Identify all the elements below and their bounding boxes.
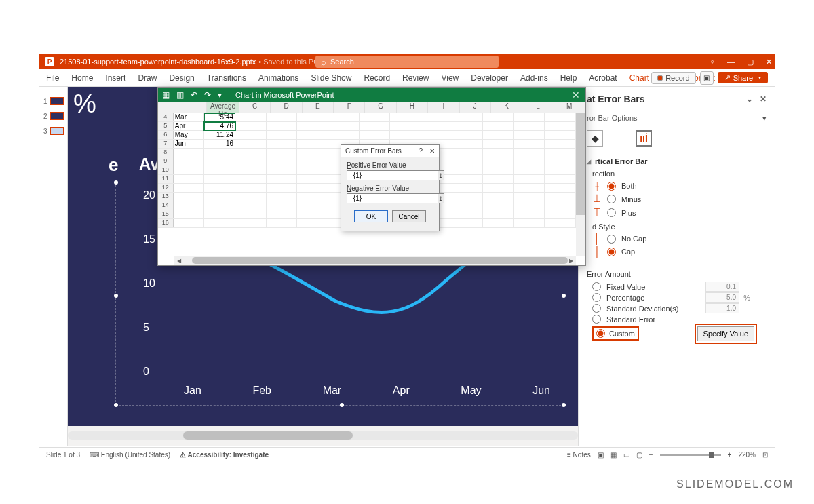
pane-collapse-icon[interactable]: ⌄ [746,94,753,104]
dialog-help-button[interactable]: ? [419,147,423,155]
zoom-level[interactable]: 220% [738,451,756,459]
zoom-out-button[interactable]: − [649,451,653,459]
zoom-slider[interactable] [660,454,721,456]
custom-error-bars-dialog[interactable]: Custom Error Bars ? ✕ Positive Error Val… [341,144,440,231]
tab-acrobat[interactable]: Acrobat [589,73,617,83]
fit-button[interactable]: ⊡ [762,451,768,459]
negative-error-label: Negative Error Value [347,185,433,192]
col-header-b[interactable]: Average Re [207,102,239,113]
thumb-1[interactable]: 1 [39,97,67,105]
zoom-in-button[interactable]: + [728,451,732,459]
fixed-value-input[interactable]: 0.1 [705,282,739,292]
custom-radio-highlight: Custom [592,326,639,341]
excel-undo-icon[interactable]: ↶ [191,90,197,100]
excel-close-button[interactable]: ✕ [572,90,580,100]
present-teams-button[interactable]: ▣ [700,71,714,85]
tab-insert[interactable]: Insert [105,73,125,83]
slide-thumbnails: 1 2 3 [39,87,68,446]
tab-addins[interactable]: Add-ins [520,73,548,83]
thumb-3[interactable]: 3 [39,127,67,135]
pane-title: at Error Bars [587,94,645,104]
slide-indicator[interactable]: Slide 1 of 3 [46,451,80,459]
accessibility-indicator[interactable]: ⚠ Accessibility: Investigate [180,451,269,459]
percentage-radio[interactable] [592,293,601,302]
direction-label: rection [587,170,767,178]
horizontal-scrollbar[interactable] [68,431,578,440]
specify-value-highlight: Specify Value [695,324,757,344]
tab-review[interactable]: Review [402,73,429,83]
tab-home[interactable]: Home [71,73,93,83]
y-axis: 0 5 10 15 20 [143,189,155,378]
record-button[interactable]: Record [651,72,695,84]
slideshow-view-icon[interactable]: ▢ [636,451,642,459]
powerpoint-icon: P [45,57,54,66]
error-bar-options-dropdown[interactable]: ror Bar Options [579,111,775,125]
bar-options-icon[interactable]: ııİ [636,130,652,147]
effects-icon[interactable] [611,130,627,147]
specify-value-button[interactable]: Specify Value [697,326,754,341]
direction-minus-radio[interactable] [607,195,616,203]
excel-horizontal-scrollbar[interactable] [174,256,576,265]
dialog-cancel-button[interactable]: Cancel [392,210,426,222]
lang-indicator[interactable]: ⌨ English (United States) [90,451,170,459]
minus-icon: ⟘ [592,193,602,205]
std-dev-input[interactable]: 1.0 [705,303,739,313]
direction-both-radio[interactable] [607,182,616,191]
positive-range-button[interactable]: ↥ [438,170,444,180]
title-bar: P 21508-01-support-team-powerpoint-dashb… [39,54,775,69]
share-button[interactable]: ↗Share [718,72,768,83]
tab-help[interactable]: Help [560,73,577,83]
ideas-icon[interactable]: ♀ [710,58,715,66]
x-axis: Jan Feb Mar Apr May Jun [184,385,550,397]
end-nocap-radio[interactable] [607,235,616,244]
search-box[interactable]: Search [315,56,499,68]
pane-close-icon[interactable]: ✕ [760,94,767,104]
positive-error-label: Positive Error Value [347,161,433,169]
tab-file[interactable]: File [46,73,59,83]
vertical-error-bar-header: rtical Error Bar [587,157,767,166]
dialog-ok-button[interactable]: OK [354,210,388,222]
tab-record[interactable]: Record [364,73,390,83]
positive-error-input[interactable] [347,170,438,180]
normal-view-icon[interactable]: ▣ [598,451,604,459]
tab-draw[interactable]: Draw [138,73,157,83]
direction-plus-radio[interactable] [607,208,616,217]
reading-view-icon[interactable]: ▭ [623,451,629,459]
negative-range-button[interactable]: ↥ [438,193,444,203]
minimize-button[interactable]: — [727,58,735,66]
tab-animations[interactable]: Animations [258,73,298,83]
status-bar: Slide 1 of 3 ⌨ English (United States) ⚠… [39,447,775,462]
left-cut-text: e [109,155,118,176]
error-amount-label: Error Amount [587,270,767,278]
custom-radio[interactable] [596,329,605,338]
tab-slideshow[interactable]: Slide Show [311,73,351,83]
both-icon: ⟊ [592,180,602,191]
end-cap-radio[interactable] [607,248,616,256]
fixed-value-radio[interactable] [592,282,601,291]
thumb-2[interactable]: 2 [39,112,67,120]
tab-design[interactable]: Design [169,73,194,83]
std-error-radio[interactable] [592,315,601,324]
plus-icon: ⟙ [592,207,602,218]
saved-status[interactable]: • Saved to this PC [258,58,323,66]
close-button[interactable]: ✕ [766,58,772,66]
percentage-input[interactable]: 5.0 [705,292,739,303]
ribbon-tabs: File Home Insert Draw Design Transitions… [39,69,775,87]
notes-button[interactable]: ≡ Notes [567,451,591,459]
excel-redo-icon[interactable]: ↷ [204,90,211,100]
maximize-button[interactable]: ▢ [747,58,754,66]
excel-vertical-scrollbar[interactable] [576,113,585,256]
excel-more-icon[interactable]: ▾ [218,90,222,100]
filename: 21508-01-support-team-powerpoint-dashboa… [60,58,256,66]
negative-error-input[interactable] [347,193,438,203]
tab-transitions[interactable]: Transitions [207,73,246,83]
sorter-view-icon[interactable]: ▦ [610,451,617,459]
excel-save-icon[interactable]: ▦ [162,90,170,100]
fill-line-icon[interactable]: ◆ [587,130,603,147]
tab-developer[interactable]: Developer [471,73,508,83]
dialog-close-button[interactable]: ✕ [429,147,435,155]
tab-view[interactable]: View [441,73,459,83]
std-dev-radio[interactable] [592,304,601,313]
excel-grid-icon[interactable]: ▥ [176,90,184,100]
end-style-label: d Style [587,222,767,231]
